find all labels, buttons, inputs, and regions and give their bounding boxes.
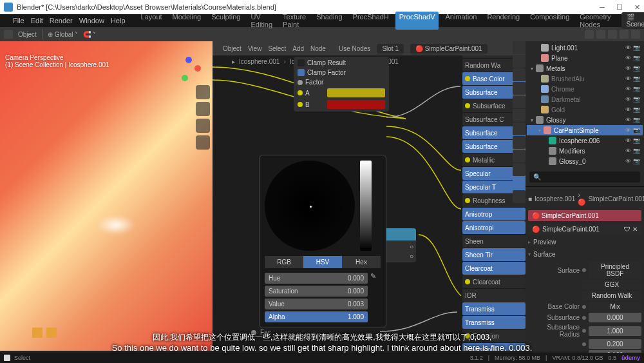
bsdf-clearcoat[interactable]: Clearcoat bbox=[462, 275, 526, 288]
sat-field[interactable]: Saturation0.000 bbox=[265, 286, 368, 297]
vp-shading-3[interactable] bbox=[608, 30, 617, 39]
colortab-hex[interactable]: Hex bbox=[342, 256, 381, 268]
node-menu[interactable]: Select bbox=[268, 45, 286, 52]
color-out-socket[interactable]: ○ bbox=[410, 243, 413, 250]
workspace-tab[interactable]: Rendering bbox=[483, 12, 524, 30]
clamp-factor-check[interactable] bbox=[298, 69, 305, 76]
node-menu[interactable]: Object bbox=[223, 45, 242, 52]
outliner-item[interactable]: Icosphere.006👁 📷 bbox=[527, 135, 643, 146]
value-slider[interactable] bbox=[360, 161, 372, 251]
tab-physics[interactable] bbox=[513, 136, 526, 149]
alpha-out-socket[interactable]: ○ bbox=[410, 253, 413, 260]
node-editor[interactable]: ObjectViewSelectAddNode Use Nodes Slot 1… bbox=[213, 41, 526, 351]
bsdf-sheen-tir[interactable]: Sheen Tir bbox=[462, 248, 526, 261]
tab-particle[interactable] bbox=[513, 123, 526, 135]
overlay-toggle[interactable] bbox=[620, 30, 629, 39]
surface-shader[interactable]: Principled BSDF bbox=[589, 262, 641, 279]
bsdf-clearcoat[interactable]: Clearcoat bbox=[462, 262, 526, 275]
outliner-item[interactable]: ▾CarPaintSimple👁 📷 bbox=[527, 125, 643, 135]
colortab-hsv[interactable]: HSV bbox=[303, 256, 342, 268]
move-icon[interactable] bbox=[196, 102, 210, 116]
outliner-item[interactable]: BrushedAlu👁 📷 bbox=[527, 74, 643, 84]
snap[interactable]: 🧲 ˅ bbox=[83, 31, 96, 38]
workspace-tab[interactable]: ProcShadV bbox=[395, 12, 439, 30]
surface-section[interactable]: ▾Surface bbox=[528, 248, 641, 260]
workspace-tab[interactable]: ProcShadH bbox=[349, 12, 393, 30]
bsdf-anisotropi[interactable]: Anisotropi bbox=[462, 221, 526, 234]
workspace-tab[interactable]: Shading bbox=[312, 12, 346, 30]
outliner[interactable]: Light.001👁 📷Plane👁 📷▾Metals👁 📷BrushedAlu… bbox=[526, 41, 644, 168]
outliner-item[interactable]: Gold👁 📷 bbox=[527, 104, 643, 115]
3d-viewport[interactable]: Camera Perspective (1) Scene Collection … bbox=[0, 41, 213, 351]
clamp-result-check[interactable] bbox=[298, 59, 305, 66]
close-icon[interactable]: ✕ bbox=[634, 3, 640, 12]
nav-gizmo[interactable] bbox=[179, 57, 202, 80]
node-menu[interactable]: View bbox=[248, 45, 262, 52]
outliner-item[interactable]: Glossy_0👁 📷 bbox=[527, 156, 643, 166]
workspace-tab[interactable]: Layout bbox=[137, 12, 166, 30]
a-color-swatch[interactable] bbox=[327, 88, 385, 97]
alpha-field[interactable]: Alpha1.000 bbox=[265, 311, 368, 322]
a-socket[interactable] bbox=[298, 90, 303, 95]
val-field[interactable]: Value0.003 bbox=[265, 299, 368, 309]
hue-field[interactable]: Hue0.000 bbox=[265, 273, 368, 284]
tab-object[interactable] bbox=[513, 95, 526, 108]
eyedropper-icon[interactable]: ✎ bbox=[370, 271, 381, 322]
distribution-dd[interactable]: GGX bbox=[582, 280, 641, 289]
b-socket[interactable] bbox=[298, 102, 303, 107]
workspace-tab[interactable]: Geometry Nodes bbox=[576, 12, 614, 30]
tab-constraint[interactable] bbox=[513, 150, 526, 162]
outliner-item[interactable]: Modifiers👁 📷 bbox=[527, 146, 643, 156]
node-menu[interactable]: Node bbox=[310, 45, 326, 52]
outliner-item[interactable]: Darkmetal👁 📷 bbox=[527, 94, 643, 104]
workspace-tab[interactable]: Animation bbox=[441, 12, 480, 30]
b-color-swatch[interactable] bbox=[327, 100, 385, 109]
workspace-tab[interactable]: UV Editing bbox=[247, 12, 276, 30]
camera-icon[interactable] bbox=[196, 119, 210, 133]
tab-modifier[interactable] bbox=[513, 109, 526, 122]
colortab-rgb[interactable]: RGB bbox=[265, 256, 303, 268]
menu-render[interactable]: Render bbox=[50, 17, 73, 25]
zoom-icon[interactable] bbox=[196, 85, 210, 99]
tab-output[interactable] bbox=[513, 55, 526, 68]
bsdf-anisotrop[interactable]: Anisotrop bbox=[462, 208, 526, 221]
maximize-icon[interactable]: ☐ bbox=[616, 3, 623, 12]
filter-icon[interactable] bbox=[631, 30, 640, 39]
mix-node[interactable]: Clamp Result Clamp Factor Factor A B bbox=[294, 57, 389, 112]
bsdf-ior[interactable]: IOR bbox=[462, 289, 526, 302]
outliner-search[interactable]: 🔍 bbox=[529, 172, 640, 182]
outliner-item[interactable]: ▾Glossy👁 📷 bbox=[527, 115, 643, 125]
vp-shading-2[interactable] bbox=[596, 30, 605, 39]
minimize-icon[interactable]: ─ bbox=[600, 3, 605, 12]
mode-selector[interactable]: Object bbox=[18, 31, 37, 38]
tab-texture[interactable] bbox=[513, 190, 526, 203]
tab-scene[interactable] bbox=[513, 68, 526, 81]
material-name-field[interactable]: 🔴 SimpleCarPaint.001 🛡 ✕ bbox=[528, 224, 641, 235]
menu-file[interactable]: File bbox=[13, 17, 24, 25]
tab-data[interactable] bbox=[513, 163, 526, 176]
menu-help[interactable]: Help bbox=[111, 17, 126, 25]
outliner-item[interactable]: Chrome👁 📷 bbox=[527, 84, 643, 94]
tab-world[interactable] bbox=[513, 82, 526, 95]
material-slot[interactable]: 🔴 SimpleCarPaint.001 bbox=[528, 210, 641, 221]
orientation[interactable]: ⊕ Global ˅ bbox=[48, 31, 78, 38]
bsdf-transmiss[interactable]: Transmiss bbox=[462, 302, 526, 315]
slot-selector[interactable]: Slot 1 bbox=[377, 44, 404, 54]
color-wheel[interactable] bbox=[265, 161, 355, 251]
workspace-tab[interactable]: Modeling bbox=[169, 12, 205, 30]
node-menu[interactable]: Add bbox=[292, 45, 304, 52]
tab-material[interactable] bbox=[513, 177, 526, 190]
outliner-item[interactable]: ▾Metals👁 📷 bbox=[527, 63, 643, 74]
persp-icon[interactable] bbox=[196, 135, 210, 150]
preview-section[interactable]: ▸Preview bbox=[528, 236, 641, 248]
prop-field[interactable]: 0.000 bbox=[589, 313, 641, 322]
menu-window[interactable]: Window bbox=[79, 17, 104, 25]
tab-render[interactable] bbox=[513, 41, 526, 54]
sss-method-dd[interactable]: Random Walk bbox=[582, 291, 641, 300]
material-selector[interactable]: 🔴 SimpleCarPaint.001 bbox=[410, 44, 488, 54]
bsdf-transmiss[interactable]: Transmiss bbox=[462, 316, 526, 329]
editor-type-icon[interactable] bbox=[4, 30, 13, 39]
factor-socket[interactable] bbox=[298, 80, 303, 85]
workspace-tab[interactable]: Compositing bbox=[526, 12, 573, 30]
scene-selector[interactable]: 🎬 Scene bbox=[621, 12, 644, 29]
